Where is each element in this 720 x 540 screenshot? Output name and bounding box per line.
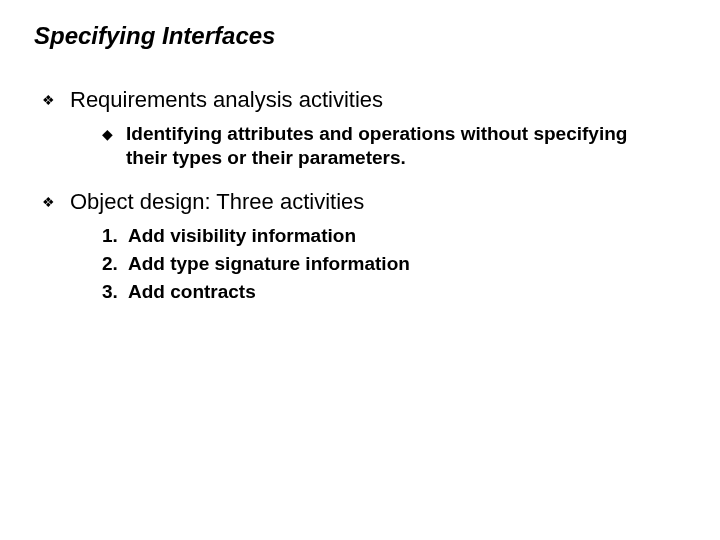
- numbered-list: 1. Add visibility information 2. Add typ…: [102, 224, 690, 304]
- sub-bullet-icon: ◆: [102, 122, 126, 146]
- bullet-text: Object design: Three activities: [70, 188, 364, 216]
- item-text: Add visibility information: [128, 224, 356, 248]
- item-text: Add contracts: [128, 280, 256, 304]
- list-item: 2. Add type signature information: [102, 252, 690, 276]
- slide: Specifying Interfaces ❖ Requirements ana…: [0, 0, 720, 540]
- sub-bullet-identifying: ◆ Identifying attributes and operations …: [102, 122, 690, 170]
- slide-title: Specifying Interfaces: [34, 22, 690, 50]
- list-item: 1. Add visibility information: [102, 224, 690, 248]
- item-text: Add type signature information: [128, 252, 410, 276]
- item-number: 3.: [102, 280, 128, 304]
- diamond-bullet-icon: ❖: [42, 86, 70, 114]
- diamond-bullet-icon: ❖: [42, 188, 70, 216]
- item-number: 1.: [102, 224, 128, 248]
- bullet-text: Requirements analysis activities: [70, 86, 383, 114]
- item-number: 2.: [102, 252, 128, 276]
- sub-bullet-text: Identifying attributes and operations wi…: [126, 122, 646, 170]
- bullet-requirements: ❖ Requirements analysis activities: [42, 86, 690, 114]
- list-item: 3. Add contracts: [102, 280, 690, 304]
- bullet-object-design: ❖ Object design: Three activities: [42, 188, 690, 216]
